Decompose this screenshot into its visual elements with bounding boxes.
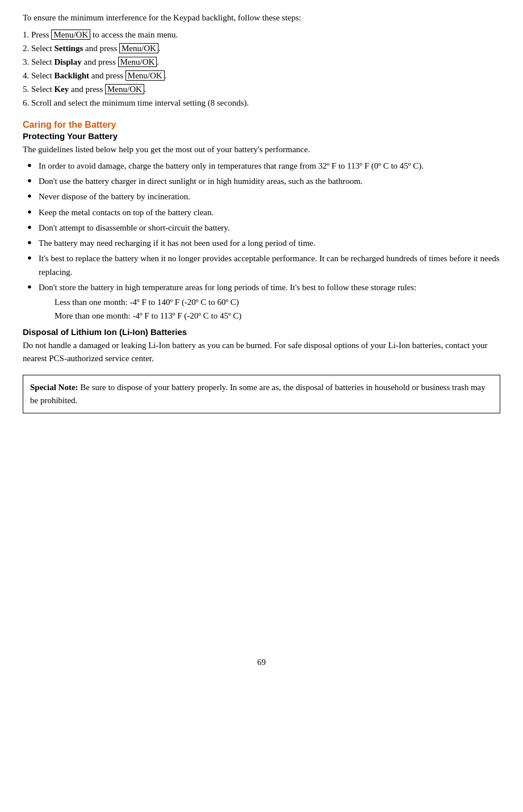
settings-bold: Settings — [54, 44, 83, 53]
subsection2-title: Disposal of Lithium Ion (Li-Ion) Batteri… — [23, 327, 500, 337]
bullet-item-3: Never dispose of the battery by incinera… — [23, 190, 500, 203]
subsection1-intro: The guidelines listed below help you get… — [23, 143, 500, 156]
special-note-box: Special Note: Be sure to dispose of your… — [23, 375, 500, 414]
bullet-item-5: Don't attempt to disassemble or short-ci… — [23, 221, 500, 235]
bullet-item-8: Don't store the battery in high temperat… — [23, 281, 500, 323]
step-5: 5. Select Key and press Menu/OK. — [23, 82, 500, 96]
section-title: Caring for the Battery — [23, 120, 500, 130]
menu-ok-box-3: Menu/OK — [118, 57, 157, 67]
menu-ok-box-5: Menu/OK — [105, 84, 144, 94]
menu-ok-box-1: Menu/OK — [51, 30, 90, 40]
backlight-bold: Backlight — [54, 71, 89, 80]
special-note-label: Special Note: — [30, 383, 78, 392]
bullet-item-2: Don't use the battery charger in direct … — [23, 175, 500, 188]
subsection2-body: Do not handle a damaged or leaking Li-Io… — [23, 339, 500, 366]
step-3: 3. Select Display and press Menu/OK. — [23, 55, 500, 69]
subsection1-title: Protecting Your Battery — [23, 131, 500, 141]
storage-line-2: More than one month: -4º F to 113º F (-2… — [55, 309, 500, 323]
special-note-text: Be sure to dispose of your battery prope… — [30, 383, 486, 405]
key-bold: Key — [54, 85, 69, 94]
step-6: 6. Scroll and select the minimum time in… — [23, 96, 500, 110]
step-2: 2. Select Settings and press Menu/OK. — [23, 41, 500, 55]
display-bold: Display — [54, 57, 81, 66]
menu-ok-box-2: Menu/OK — [119, 43, 158, 53]
bullet-list: In order to avoid damage, charge the bat… — [23, 160, 500, 323]
bullet-item-7: It's best to replace the battery when it… — [23, 252, 500, 279]
step-1: 1. Press Menu/OK to access the main menu… — [23, 28, 500, 41]
bullet-item-1: In order to avoid damage, charge the bat… — [23, 160, 500, 173]
blank-area — [23, 413, 500, 641]
storage-line-1: Less than one month: -4º F to 140º F (-2… — [55, 295, 500, 309]
bullet-item-4: Keep the metal contacts on top of the ba… — [23, 206, 500, 219]
bullet-item-6: The battery may need recharging if it ha… — [23, 237, 500, 250]
steps-list: 1. Press Menu/OK to access the main menu… — [23, 28, 500, 110]
menu-ok-box-4: Menu/OK — [125, 70, 165, 81]
step-4: 4. Select Backlight and press Menu/OK. — [23, 69, 500, 82]
storage-rules: Less than one month: -4º F to 140º F (-2… — [39, 295, 500, 323]
page-number: 69 — [23, 658, 500, 667]
intro-lead: To ensure the minimum interference for t… — [23, 11, 500, 24]
